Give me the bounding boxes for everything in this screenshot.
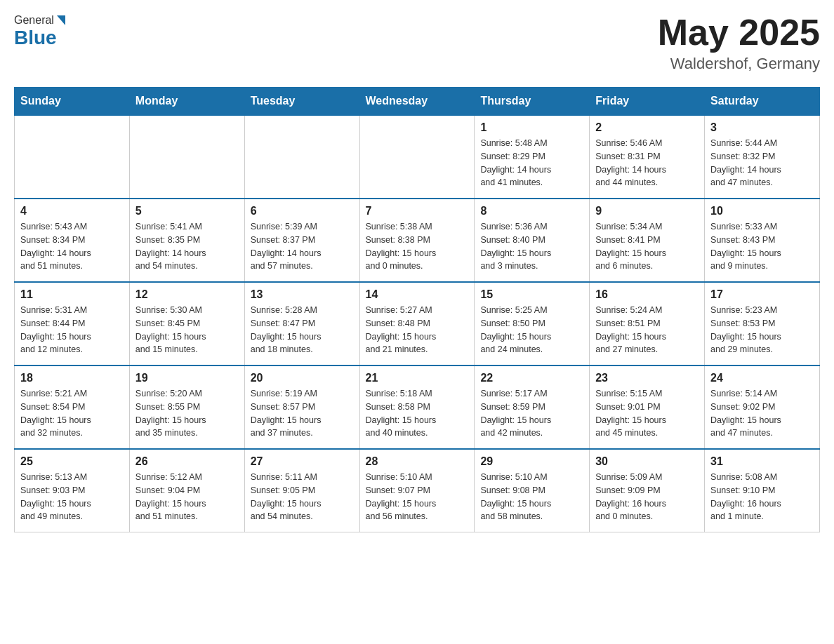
calendar-cell: 5Sunrise: 5:41 AMSunset: 8:35 PMDaylight… xyxy=(129,199,244,282)
calendar-cell: 12Sunrise: 5:30 AMSunset: 8:45 PMDayligh… xyxy=(129,282,244,365)
calendar-cell: 10Sunrise: 5:33 AMSunset: 8:43 PMDayligh… xyxy=(705,199,820,282)
day-number: 2 xyxy=(595,121,699,134)
calendar-cell: 24Sunrise: 5:14 AMSunset: 9:02 PMDayligh… xyxy=(705,365,820,449)
calendar-cell: 28Sunrise: 5:10 AMSunset: 9:07 PMDayligh… xyxy=(359,449,475,532)
calendar-cell xyxy=(244,115,359,199)
calendar-cell xyxy=(359,115,475,199)
day-info: Sunrise: 5:13 AMSunset: 9:03 PMDaylight:… xyxy=(20,471,124,523)
column-header-monday: Monday xyxy=(129,88,244,116)
day-info: Sunrise: 5:10 AMSunset: 9:08 PMDaylight:… xyxy=(480,471,583,523)
calendar-cell: 26Sunrise: 5:12 AMSunset: 9:04 PMDayligh… xyxy=(129,449,244,532)
calendar-cell: 15Sunrise: 5:25 AMSunset: 8:50 PMDayligh… xyxy=(475,282,590,365)
day-number: 17 xyxy=(710,288,814,301)
day-info: Sunrise: 5:44 AMSunset: 8:32 PMDaylight:… xyxy=(710,137,814,189)
day-number: 8 xyxy=(480,205,583,217)
day-info: Sunrise: 5:20 AMSunset: 8:55 PMDaylight:… xyxy=(135,387,239,440)
day-number: 29 xyxy=(480,455,583,468)
day-number: 15 xyxy=(480,288,583,301)
title-block: May 2025 Waldershof, Germany xyxy=(658,14,820,73)
calendar-cell: 16Sunrise: 5:24 AMSunset: 8:51 PMDayligh… xyxy=(590,282,705,365)
day-number: 16 xyxy=(595,288,699,301)
day-info: Sunrise: 5:39 AMSunset: 8:37 PMDaylight:… xyxy=(251,220,354,273)
day-number: 20 xyxy=(251,372,354,384)
day-number: 28 xyxy=(366,455,469,468)
day-number: 19 xyxy=(135,372,239,384)
week-row-2: 4Sunrise: 5:43 AMSunset: 8:34 PMDaylight… xyxy=(15,199,820,282)
calendar-cell: 11Sunrise: 5:31 AMSunset: 8:44 PMDayligh… xyxy=(15,282,130,365)
day-number: 6 xyxy=(251,205,354,217)
column-header-saturday: Saturday xyxy=(705,88,820,116)
calendar-cell: 23Sunrise: 5:15 AMSunset: 9:01 PMDayligh… xyxy=(590,365,705,449)
day-number: 12 xyxy=(135,288,239,301)
day-info: Sunrise: 5:19 AMSunset: 8:57 PMDaylight:… xyxy=(251,387,354,440)
day-info: Sunrise: 5:12 AMSunset: 9:04 PMDaylight:… xyxy=(135,471,239,523)
calendar-table: SundayMondayTuesdayWednesdayThursdayFrid… xyxy=(14,87,820,532)
day-number: 11 xyxy=(20,288,124,301)
column-header-thursday: Thursday xyxy=(475,88,590,116)
day-number: 4 xyxy=(20,205,124,217)
calendar-cell: 9Sunrise: 5:34 AMSunset: 8:41 PMDaylight… xyxy=(590,199,705,282)
day-number: 3 xyxy=(710,121,814,134)
day-info: Sunrise: 5:31 AMSunset: 8:44 PMDaylight:… xyxy=(20,304,124,356)
calendar-cell: 31Sunrise: 5:08 AMSunset: 9:10 PMDayligh… xyxy=(705,449,820,532)
calendar-location: Waldershof, Germany xyxy=(658,55,820,73)
calendar-cell: 3Sunrise: 5:44 AMSunset: 8:32 PMDaylight… xyxy=(705,115,820,199)
day-info: Sunrise: 5:38 AMSunset: 8:38 PMDaylight:… xyxy=(366,220,469,273)
day-info: Sunrise: 5:43 AMSunset: 8:34 PMDaylight:… xyxy=(20,220,124,273)
column-header-friday: Friday xyxy=(590,88,705,116)
day-number: 30 xyxy=(595,455,699,468)
day-info: Sunrise: 5:18 AMSunset: 8:58 PMDaylight:… xyxy=(366,387,469,440)
calendar-header-row: SundayMondayTuesdayWednesdayThursdayFrid… xyxy=(15,88,820,116)
calendar-cell: 1Sunrise: 5:48 AMSunset: 8:29 PMDaylight… xyxy=(475,115,590,199)
day-info: Sunrise: 5:30 AMSunset: 8:45 PMDaylight:… xyxy=(135,304,239,356)
column-header-sunday: Sunday xyxy=(15,88,130,116)
day-info: Sunrise: 5:11 AMSunset: 9:05 PMDaylight:… xyxy=(251,471,354,523)
page-header: General Blue May 2025 Waldershof, German… xyxy=(14,14,820,73)
week-row-1: 1Sunrise: 5:48 AMSunset: 8:29 PMDaylight… xyxy=(15,115,820,199)
day-info: Sunrise: 5:48 AMSunset: 8:29 PMDaylight:… xyxy=(480,137,583,189)
day-number: 25 xyxy=(20,455,124,468)
week-row-4: 18Sunrise: 5:21 AMSunset: 8:54 PMDayligh… xyxy=(15,365,820,449)
calendar-cell: 30Sunrise: 5:09 AMSunset: 9:09 PMDayligh… xyxy=(590,449,705,532)
calendar-cell: 20Sunrise: 5:19 AMSunset: 8:57 PMDayligh… xyxy=(244,365,359,449)
day-info: Sunrise: 5:41 AMSunset: 8:35 PMDaylight:… xyxy=(135,220,239,273)
column-header-tuesday: Tuesday xyxy=(244,88,359,116)
day-info: Sunrise: 5:36 AMSunset: 8:40 PMDaylight:… xyxy=(480,220,583,273)
logo-blue-text: Blue xyxy=(14,27,57,49)
calendar-cell: 8Sunrise: 5:36 AMSunset: 8:40 PMDaylight… xyxy=(475,199,590,282)
day-info: Sunrise: 5:21 AMSunset: 8:54 PMDaylight:… xyxy=(20,387,124,440)
logo-general-text: General xyxy=(14,14,54,27)
calendar-cell: 19Sunrise: 5:20 AMSunset: 8:55 PMDayligh… xyxy=(129,365,244,449)
day-number: 21 xyxy=(366,372,469,384)
calendar-title: May 2025 xyxy=(658,14,820,51)
day-info: Sunrise: 5:24 AMSunset: 8:51 PMDaylight:… xyxy=(595,304,699,356)
day-number: 31 xyxy=(710,455,814,468)
day-info: Sunrise: 5:23 AMSunset: 8:53 PMDaylight:… xyxy=(710,304,814,356)
day-info: Sunrise: 5:14 AMSunset: 9:02 PMDaylight:… xyxy=(710,387,814,440)
day-number: 18 xyxy=(20,372,124,384)
day-info: Sunrise: 5:27 AMSunset: 8:48 PMDaylight:… xyxy=(366,304,469,356)
day-number: 1 xyxy=(480,121,583,134)
calendar-cell: 18Sunrise: 5:21 AMSunset: 8:54 PMDayligh… xyxy=(15,365,130,449)
day-number: 7 xyxy=(366,205,469,217)
day-info: Sunrise: 5:15 AMSunset: 9:01 PMDaylight:… xyxy=(595,387,699,440)
day-number: 26 xyxy=(135,455,239,468)
day-number: 23 xyxy=(595,372,699,384)
week-row-3: 11Sunrise: 5:31 AMSunset: 8:44 PMDayligh… xyxy=(15,282,820,365)
day-number: 22 xyxy=(480,372,583,384)
calendar-cell: 25Sunrise: 5:13 AMSunset: 9:03 PMDayligh… xyxy=(15,449,130,532)
calendar-cell: 29Sunrise: 5:10 AMSunset: 9:08 PMDayligh… xyxy=(475,449,590,532)
calendar-cell: 21Sunrise: 5:18 AMSunset: 8:58 PMDayligh… xyxy=(359,365,475,449)
calendar-cell: 22Sunrise: 5:17 AMSunset: 8:59 PMDayligh… xyxy=(475,365,590,449)
day-info: Sunrise: 5:46 AMSunset: 8:31 PMDaylight:… xyxy=(595,137,699,189)
day-number: 27 xyxy=(251,455,354,468)
column-header-wednesday: Wednesday xyxy=(359,88,475,116)
calendar-cell: 6Sunrise: 5:39 AMSunset: 8:37 PMDaylight… xyxy=(244,199,359,282)
calendar-cell: 4Sunrise: 5:43 AMSunset: 8:34 PMDaylight… xyxy=(15,199,130,282)
calendar-cell xyxy=(15,115,130,199)
week-row-5: 25Sunrise: 5:13 AMSunset: 9:03 PMDayligh… xyxy=(15,449,820,532)
day-info: Sunrise: 5:33 AMSunset: 8:43 PMDaylight:… xyxy=(710,220,814,273)
day-number: 13 xyxy=(251,288,354,301)
day-info: Sunrise: 5:28 AMSunset: 8:47 PMDaylight:… xyxy=(251,304,354,356)
day-number: 5 xyxy=(135,205,239,217)
